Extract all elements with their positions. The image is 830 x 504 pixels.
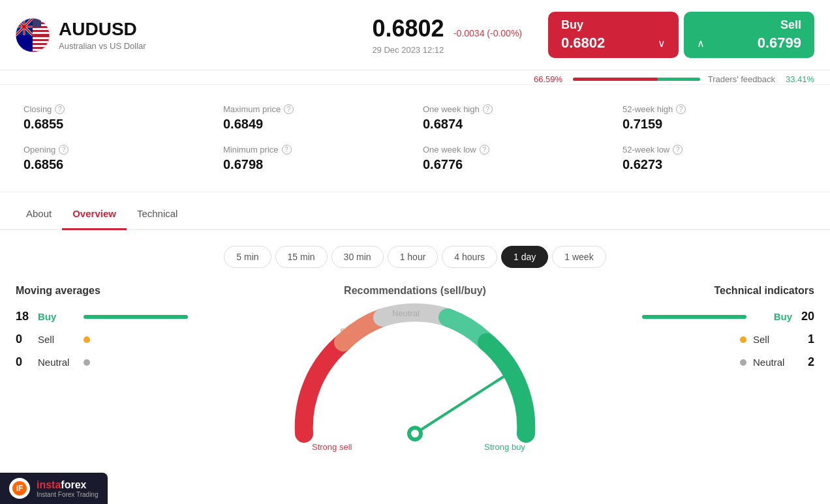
ma-buy-bar	[84, 315, 188, 319]
stat-max-label: Maximum price ?	[223, 104, 407, 114]
stat-52-low: 52-week low ? 0.6273	[615, 138, 814, 179]
analysis-section: Moving averages 18 Buy 0 Sell 0 Neutral …	[0, 278, 830, 473]
tab-overview[interactable]: Overview	[62, 199, 127, 230]
tab-about[interactable]: About	[16, 199, 62, 230]
pair-name: AUDUSD	[59, 19, 346, 40]
recommendations: Recommendations (sell/buy)	[211, 285, 619, 460]
ti-sell-label: Sell	[753, 334, 792, 345]
feedback-bar	[573, 78, 700, 81]
stat-min-price: Minimum price ? 0.6798	[215, 138, 415, 179]
svg-line-30	[415, 375, 506, 434]
ma-neutral-label: Neutral	[38, 357, 77, 368]
stat-opening: Opening ? 0.6856	[16, 138, 215, 179]
stat-closing: Closing ? 0.6855	[16, 98, 215, 138]
svg-text:Strong buy: Strong buy	[484, 442, 525, 452]
time-filter: 5 min 15 min 30 min 1 hour 4 hours 1 day…	[0, 230, 830, 278]
stat-52-low-label: 52-week low ?	[622, 145, 807, 155]
ma-buy-item: 18 Buy	[16, 310, 198, 323]
info-icon-week-low[interactable]: ?	[480, 145, 489, 155]
time-btn-1hour[interactable]: 1 hour	[388, 246, 438, 268]
chevron-up-icon: ∧	[697, 37, 705, 50]
recommendations-title: Recommendations (sell/buy)	[344, 285, 486, 297]
feedback-bar-fill	[573, 78, 658, 81]
logo-footer: iF instaforex Instant Forex Trading	[0, 473, 108, 504]
stat-opening-label: Opening ?	[23, 145, 208, 155]
ma-buy-label: Buy	[38, 311, 77, 322]
svg-rect-17	[33, 32, 50, 34]
time-btn-30min[interactable]: 30 min	[331, 246, 384, 268]
ma-buy-count: 18	[16, 310, 31, 323]
price-section: 0.6802 -0.0034 (-0.00%) 29 Dec 2023 12:1…	[372, 15, 522, 55]
feedback-pct-right: 33.41%	[783, 74, 814, 84]
svg-rect-16	[33, 30, 50, 32]
currency-flag	[16, 18, 50, 52]
stats-grid: Closing ? 0.6855 Maximum price ? 0.6849 …	[0, 84, 830, 192]
time-btn-1week[interactable]: 1 week	[552, 246, 606, 268]
svg-text:Neutral: Neutral	[392, 308, 420, 318]
ti-buy-bar	[642, 315, 746, 319]
ti-neutral-dot	[740, 359, 746, 366]
ma-sell-dot	[84, 336, 90, 343]
info-icon-52-low[interactable]: ?	[673, 145, 683, 155]
svg-rect-22	[33, 41, 50, 43]
stat-52-high-label: 52-week high ?	[622, 104, 807, 114]
info-icon-closing[interactable]: ?	[55, 104, 65, 114]
svg-rect-20	[33, 37, 50, 39]
sell-button[interactable]: Sell ∧ 0.6799	[684, 12, 814, 58]
svg-text:Buy: Buy	[464, 327, 479, 336]
ma-sell-label: Sell	[38, 334, 77, 345]
pair-info: AUDUSD Australian vs US Dollar	[59, 19, 346, 51]
stat-week-high-value: 0.6874	[423, 117, 607, 132]
ma-sell-count: 0	[16, 333, 31, 346]
ti-neutral-count: 2	[799, 355, 814, 369]
stat-week-low-label: One week low ?	[423, 145, 607, 155]
info-icon-week-high[interactable]: ?	[483, 104, 493, 114]
stat-min-value: 0.6798	[223, 157, 407, 172]
ti-buy-item: Buy 20	[632, 310, 814, 323]
ma-sell-item: 0 Sell	[16, 333, 198, 346]
svg-rect-24	[33, 45, 50, 47]
info-icon-opening[interactable]: ?	[59, 145, 69, 155]
stat-max-price: Maximum price ? 0.6849	[215, 98, 415, 138]
gauge-chart: Strong sell Sell Neutral Buy Strong buy	[278, 303, 552, 460]
ma-neutral-dot	[84, 359, 90, 366]
stat-closing-value: 0.6855	[23, 117, 208, 132]
ti-neutral-label: Neutral	[753, 357, 792, 368]
moving-averages: Moving averages 18 Buy 0 Sell 0 Neutral	[16, 285, 198, 460]
info-icon-max[interactable]: ?	[284, 104, 294, 114]
stat-52-low-value: 0.6273	[622, 157, 807, 172]
header: AUDUSD Australian vs US Dollar 0.6802 -0…	[0, 0, 830, 70]
ti-neutral-item: Neutral 2	[632, 355, 814, 369]
ma-neutral-item: 0 Neutral	[16, 355, 198, 369]
technical-indicators-title: Technical indicators	[632, 285, 814, 297]
buy-price: 0.6802	[561, 35, 605, 52]
info-icon-52-high[interactable]: ?	[676, 104, 686, 114]
chevron-down-icon: ∨	[658, 37, 666, 50]
price-change: -0.0034 (-0.00%)	[453, 28, 522, 38]
ti-buy-label: Buy	[753, 311, 792, 322]
svg-text:Strong sell: Strong sell	[312, 442, 352, 452]
price-date: 29 Dec 2023 12:12	[372, 45, 522, 55]
stat-week-high-label: One week high ?	[423, 104, 607, 114]
feedback-pct-left: 66.59%	[534, 74, 565, 84]
feedback-bar-container: 66.59% Traders' feedback 33.41%	[534, 74, 814, 84]
stat-closing-label: Closing ?	[23, 104, 208, 114]
stat-max-value: 0.6849	[223, 117, 407, 132]
buy-button[interactable]: Buy 0.6802 ∨	[548, 12, 679, 58]
tab-technical[interactable]: Technical	[127, 199, 189, 230]
buy-label: Buy	[561, 18, 666, 32]
time-btn-1day[interactable]: 1 day	[501, 246, 548, 268]
pair-description: Australian vs US Dollar	[59, 41, 346, 51]
time-btn-15min[interactable]: 15 min	[275, 246, 328, 268]
logo-sub: Instant Forex Trading	[37, 491, 99, 498]
svg-text:iF: iF	[16, 484, 23, 493]
time-btn-5min[interactable]: 5 min	[224, 246, 271, 268]
info-icon-min[interactable]: ?	[282, 145, 292, 155]
time-btn-4hours[interactable]: 4 hours	[442, 246, 497, 268]
feedback-label: Traders' feedback	[708, 74, 775, 84]
ti-buy-count: 20	[799, 310, 814, 323]
logo-icon: iF	[9, 478, 30, 499]
stat-52-high: 52-week high ? 0.7159	[615, 98, 814, 138]
moving-averages-title: Moving averages	[16, 285, 198, 297]
svg-rect-25	[33, 47, 50, 49]
